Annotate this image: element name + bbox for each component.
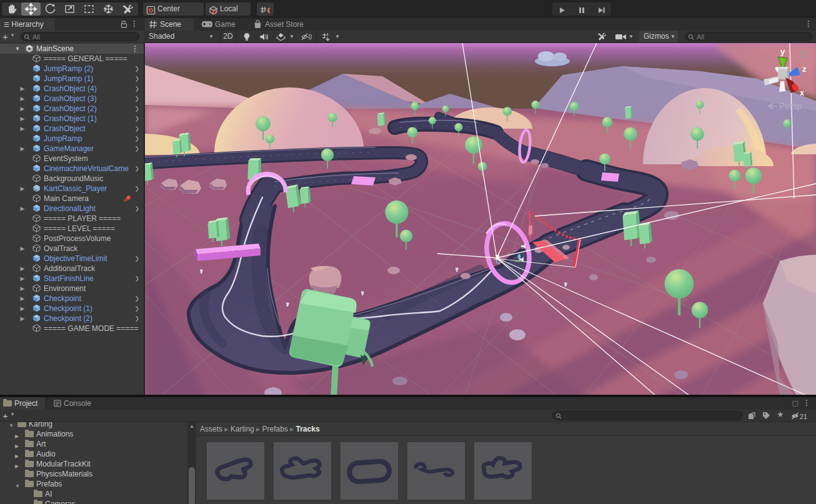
svg-text:21: 21 [800,413,807,420]
svg-text:Persp: Persp [779,101,802,111]
svg-text:z: z [802,64,807,74]
svg-text:x: x [800,88,805,97]
svg-text:0: 0 [309,34,312,41]
svg-text:y: y [780,47,785,56]
